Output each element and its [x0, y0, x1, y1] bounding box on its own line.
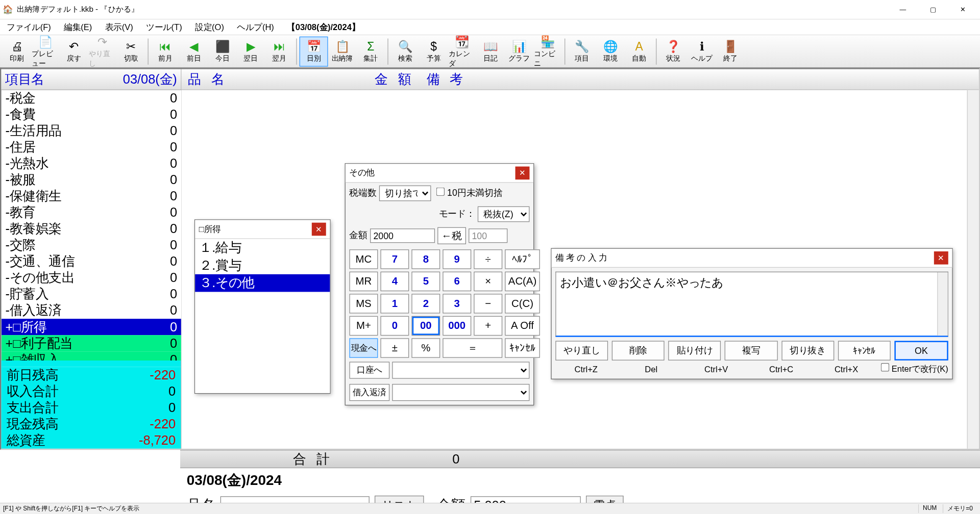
toolbar-budget[interactable]: $予算 — [420, 36, 448, 66]
calculator-close[interactable]: ✕ — [516, 167, 530, 180]
key-ac[interactable]: AC(A) — [505, 272, 540, 291]
round10-checkbox[interactable] — [436, 188, 445, 196]
toolbar-print[interactable]: 🖨印刷 — [3, 36, 31, 66]
toolbar-env[interactable]: 🌐環境 — [596, 36, 625, 66]
tax-fraction-select[interactable]: 切り捨て — [379, 186, 431, 201]
close-button[interactable]: ✕ — [948, 0, 977, 19]
key-c[interactable]: C(C) — [505, 294, 540, 313]
enter-newline-label[interactable]: Enterで改行(K) — [881, 363, 948, 375]
toolbar-conv[interactable]: 🏪コンビニ — [533, 36, 562, 66]
minimize-button[interactable]: — — [888, 0, 918, 19]
menu-edit[interactable]: 編集(E) — [58, 19, 99, 34]
key-1[interactable]: 1 — [380, 294, 409, 313]
detail-scrollbar[interactable] — [967, 90, 979, 449]
key-aoff[interactable]: A Off — [505, 316, 540, 336]
enter-newline-checkbox[interactable] — [881, 363, 890, 372]
category-row[interactable]: その他支出0 — [2, 270, 181, 286]
memo-scrollbar[interactable] — [937, 272, 947, 336]
key-pm[interactable]: ± — [380, 338, 409, 357]
key-mplus[interactable]: M+ — [349, 316, 378, 336]
memo-close[interactable]: ✕ — [934, 251, 948, 265]
income-popup-close[interactable]: ✕ — [312, 223, 326, 236]
key-5[interactable]: 5 — [411, 272, 440, 291]
category-row[interactable]: 食費0 — [2, 107, 181, 123]
income-item[interactable]: ３.その他 — [195, 274, 330, 292]
loan-button[interactable]: 借入返済 — [349, 384, 389, 401]
memo-paste-button[interactable]: 貼り付け — [669, 341, 721, 360]
key-4[interactable]: 4 — [380, 272, 409, 291]
key-pct[interactable]: % — [411, 338, 440, 357]
toolbar-graph[interactable]: 📊グラフ — [505, 36, 533, 66]
memo-cut-button[interactable]: 切り抜き — [781, 341, 834, 360]
key-8[interactable]: 8 — [411, 249, 440, 269]
category-row[interactable]: □雑収入0 — [2, 351, 181, 361]
toolbar-diary[interactable]: 📖日記 — [476, 36, 505, 66]
key-7[interactable]: 7 — [380, 249, 409, 269]
key-000[interactable]: 000 — [443, 316, 471, 336]
menu-settings[interactable]: 設定(O) — [188, 19, 230, 34]
toolbar-sum[interactable]: Σ集計 — [356, 36, 385, 66]
key-00[interactable]: 00 — [411, 316, 440, 336]
key-mul[interactable]: × — [474, 272, 502, 291]
key-cash[interactable]: 現金へ — [349, 338, 378, 357]
memo-undo-button[interactable]: やり直し — [555, 341, 608, 360]
account-button[interactable]: 口座へ — [349, 362, 389, 378]
toolbar-undo[interactable]: ↶戻す — [60, 36, 88, 66]
menu-help[interactable]: ヘルプ(H) — [231, 19, 281, 34]
toolbar-redo[interactable]: ↷やり直し — [88, 36, 117, 66]
category-row[interactable]: 交際0 — [2, 237, 181, 253]
tax-back-button[interactable]: ←税 — [437, 227, 466, 244]
category-row[interactable]: 教育0 — [2, 204, 181, 221]
toolbar-status[interactable]: ❓状況 — [659, 36, 688, 66]
toolbar-calendar[interactable]: 📆カレンダ — [448, 36, 476, 66]
memo-delete-button[interactable]: 削除 — [612, 341, 665, 360]
toolbar-auto[interactable]: A自動 — [625, 36, 653, 66]
income-item[interactable]: ２.賞与 — [195, 256, 330, 274]
category-row[interactable]: 教養娯楽0 — [2, 221, 181, 237]
category-row[interactable]: □利子配当0 — [2, 335, 181, 351]
income-item[interactable]: １.給与 — [195, 239, 330, 257]
memo-cancel-button[interactable]: ｷｬﾝｾﾙ — [838, 341, 891, 360]
maximize-button[interactable]: ▢ — [918, 0, 947, 19]
category-row[interactable]: 税金0 — [2, 90, 181, 107]
memo-copy-button[interactable]: 複写 — [725, 341, 777, 360]
key-sub[interactable]: − — [474, 294, 502, 313]
round10-checkbox-label[interactable]: 10円未満切捨 — [436, 188, 503, 199]
key-mc[interactable]: MC — [349, 249, 378, 269]
toolbar-search[interactable]: 🔍検索 — [391, 36, 420, 66]
account-select[interactable] — [392, 362, 529, 378]
menu-tool[interactable]: ツール(T) — [139, 19, 188, 34]
toolbar-nextd[interactable]: ▶翌日 — [236, 36, 265, 66]
category-row[interactable]: □所得0 — [2, 319, 181, 335]
toolbar-nextm[interactable]: ⏭翌月 — [265, 36, 293, 66]
memo-ok-button[interactable]: OK — [894, 341, 948, 360]
key-6[interactable]: 6 — [443, 272, 471, 291]
toolbar-daily[interactable]: 📅日別 — [300, 36, 328, 66]
toolbar-helpb[interactable]: ℹヘルプ — [688, 36, 716, 66]
toolbar-preview[interactable]: 📄プレビュー — [31, 36, 60, 66]
loan-select[interactable] — [392, 384, 529, 401]
key-0[interactable]: 0 — [380, 316, 409, 336]
key-mr[interactable]: MR — [349, 272, 378, 291]
category-row[interactable]: 貯蓄入0 — [2, 286, 181, 302]
category-row[interactable]: 保健衛生0 — [2, 188, 181, 204]
key-9[interactable]: 9 — [443, 249, 471, 269]
toolbar-today[interactable]: ⬛今日 — [208, 36, 237, 66]
toolbar-item[interactable]: 🔧項目 — [568, 36, 596, 66]
menu-view[interactable]: 表示(V) — [99, 19, 139, 34]
category-row[interactable]: 生活用品0 — [2, 123, 181, 139]
category-row[interactable]: 光熱水0 — [2, 156, 181, 172]
key-help[interactable]: ﾍﾙﾌﾟ — [505, 249, 540, 269]
key-add[interactable]: + — [474, 316, 502, 336]
toolbar-cut[interactable]: ✂切取 — [117, 36, 145, 66]
key-cancel[interactable]: ｷｬﾝｾﾙ — [505, 338, 540, 357]
category-row[interactable]: 交通、通信0 — [2, 253, 181, 270]
key-ms[interactable]: MS — [349, 294, 378, 313]
category-row[interactable]: 住居0 — [2, 139, 181, 156]
category-list[interactable]: 税金0食費0生活用品0住居0光熱水0被服0保健衛生0教育0教養娯楽0交際0交通、… — [2, 90, 181, 361]
toolbar-exit[interactable]: 🚪終了 — [716, 36, 745, 66]
category-row[interactable]: 借入返済0 — [2, 302, 181, 319]
toolbar-prevm[interactable]: ⏮前月 — [151, 36, 180, 66]
toolbar-prevd[interactable]: ◀前日 — [180, 36, 208, 66]
key-eq[interactable]: ＝ — [443, 338, 502, 357]
